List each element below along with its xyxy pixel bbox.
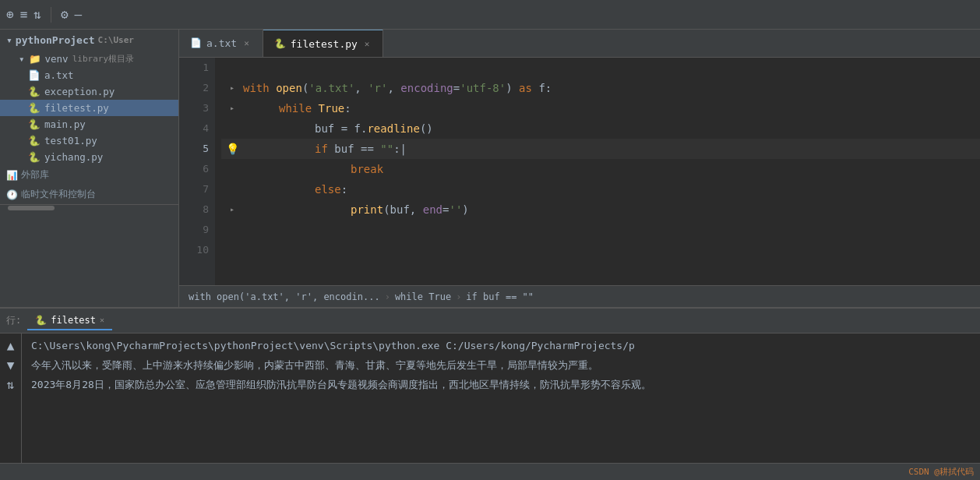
panel-scroll-up[interactable]: ▲	[5, 337, 16, 355]
breadcrumb-part-3[interactable]: if buf == ""	[466, 291, 534, 302]
project-header[interactable]: ▾ pythonProject C:\User	[0, 30, 178, 51]
panel-row-indicator: 行:	[6, 314, 21, 327]
status-bar: CSDN @耕拭代码	[0, 463, 980, 480]
fold-icon-8[interactable]: ▸	[230, 199, 234, 220]
yichang-label: yichang.py	[44, 151, 103, 163]
tab-atxt[interactable]: 📄 a.txt ✕	[179, 30, 263, 57]
code-line-2: ▸ with open('a.txt', 'r', encoding='utf-…	[221, 78, 980, 98]
sidebar-item-exception[interactable]: 🐍 exception.py	[0, 83, 178, 100]
gutter-5: 💡	[221, 139, 243, 159]
tab-filetest-label: filetest.py	[291, 38, 358, 50]
breadcrumb-sep-1: ›	[385, 291, 390, 302]
tab-atxt-close[interactable]: ✕	[241, 37, 252, 49]
external-libs-label: 外部库	[21, 168, 49, 182]
temp-files-label: 临时文件和控制台	[21, 188, 96, 201]
bottom-panel: 行: 🐍 filetest ✕ ▲ ▼ ⇅ C:\Users\kong\Pych…	[0, 307, 980, 463]
breadcrumb-part-2[interactable]: while True	[395, 291, 451, 302]
line-num-5: 5	[179, 139, 209, 159]
toolbar-icon-add[interactable]: ⊕	[6, 7, 14, 22]
venv-arrow-icon: ▾	[19, 53, 25, 65]
panel-tab-run[interactable]: 🐍 filetest ✕	[27, 312, 112, 330]
toolbar: ⊕ ≡ ⇅ ⚙ —	[0, 0, 980, 30]
sidebar-item-main[interactable]: 🐍 main.py	[0, 116, 178, 132]
toolbar-icon-settings[interactable]: ⚙	[61, 7, 69, 22]
filetest-label: filetest.py	[44, 102, 109, 114]
exception-icon: 🐍	[28, 86, 41, 97]
panel-run-icon: 🐍	[35, 315, 47, 326]
fold-icon-3[interactable]: ▸	[230, 98, 234, 118]
venv-folder-icon: 📁	[29, 53, 41, 65]
line-num-4: 4	[179, 118, 209, 139]
csdn-label: CSDN @耕拭代码	[908, 466, 974, 478]
panel-tab-bar: 行: 🐍 filetest ✕	[0, 309, 980, 334]
code-line-1	[221, 58, 980, 78]
main-area: ▾ pythonProject C:\User ▾ 📁 venv library…	[0, 30, 980, 307]
breadcrumb-sep-2: ›	[456, 291, 461, 302]
code-line-6: break	[221, 159, 980, 179]
tab-filetest-close[interactable]: ✕	[362, 38, 372, 50]
editor-area: 📄 a.txt ✕ 🐍 filetest.py ✕ 1 2 3 4 5 6 7 …	[179, 30, 980, 307]
main-icon: 🐍	[28, 118, 41, 130]
line-num-6: 6	[179, 159, 209, 179]
test01-label: test01.py	[44, 135, 97, 146]
code-line-5: 💡 if buf == "":	[221, 139, 980, 159]
panel-tab-close[interactable]: ✕	[100, 316, 104, 324]
toolbar-icon-sort[interactable]: ⇅	[33, 7, 41, 22]
code-content[interactable]: ▸ with open('a.txt', 'r', encoding='utf-…	[215, 58, 980, 285]
panel-run-label: filetest	[51, 315, 96, 326]
external-libs-icon: 📊	[6, 170, 18, 181]
sidebar-item-atxt[interactable]: 📄 a.txt	[0, 67, 178, 83]
venv-sub: library根目录	[72, 53, 134, 65]
line-num-9: 9	[179, 220, 209, 240]
line-num-1: 1	[179, 58, 209, 78]
line-num-8: 8	[179, 199, 209, 220]
gutter-2: ▸	[221, 78, 243, 98]
sidebar-item-yichang[interactable]: 🐍 yichang.py	[0, 149, 178, 165]
code-line-7: else:	[221, 179, 980, 199]
gutter-8: ▸	[221, 199, 243, 220]
output-line-2: 2023年8月28日，国家防总办公室、应急管理部组织防汛抗旱防台风专题视频会商调…	[31, 377, 971, 394]
temp-files-icon: 🕐	[6, 189, 18, 200]
code-line-8: ▸ print(buf, end='')	[221, 199, 980, 220]
panel-body: ▲ ▼ ⇅ C:\Users\kong\PycharmProjects\pyth…	[0, 334, 980, 463]
breadcrumb-part-1[interactable]: with open('a.txt', 'r', encodin...	[189, 291, 380, 302]
project-arrow-icon: ▾	[6, 34, 12, 46]
code-editor: 1 2 3 4 5 6 7 8 9 10 ▸	[179, 58, 980, 285]
lightbulb-icon[interactable]: 💡	[226, 139, 239, 159]
fold-arrow-2[interactable]: ▸	[230, 78, 234, 98]
sidebar-item-filetest[interactable]: 🐍 filetest.py	[0, 100, 178, 116]
atxt-label: a.txt	[44, 69, 74, 81]
sidebar-item-temp-files[interactable]: 🕐 临时文件和控制台	[0, 185, 178, 204]
sidebar-scrollbar[interactable]	[0, 204, 178, 210]
tab-bar: 📄 a.txt ✕ 🐍 filetest.py ✕	[179, 30, 980, 58]
gutter-3: ▸	[221, 98, 243, 118]
main-label: main.py	[44, 118, 86, 130]
project-label: pythonProject	[16, 34, 95, 46]
line-numbers: 1 2 3 4 5 6 7 8 9 10	[179, 58, 215, 285]
exception-label: exception.py	[44, 86, 115, 97]
sidebar: ▾ pythonProject C:\User ▾ 📁 venv library…	[0, 30, 179, 307]
code-line-4: buf = f.readline()	[221, 118, 980, 139]
line-num-3: 3	[179, 98, 209, 118]
panel-side-buttons: ▲ ▼ ⇅	[0, 334, 22, 463]
panel-sort-icon[interactable]: ⇅	[5, 376, 16, 394]
venv-label: venv	[45, 53, 69, 65]
yichang-icon: 🐍	[28, 151, 41, 163]
sidebar-item-external-libs[interactable]: 📊 外部库	[0, 165, 178, 185]
sidebar-item-test01[interactable]: 🐍 test01.py	[0, 132, 178, 149]
project-path: C:\User	[98, 35, 134, 45]
tab-atxt-icon: 📄	[190, 37, 202, 48]
atxt-icon: 📄	[28, 69, 41, 81]
toolbar-icon-minimize[interactable]: —	[75, 7, 83, 22]
run-path: C:\Users\kong\PycharmProjects\pythonProj…	[31, 338, 971, 355]
scrollbar-thumb	[8, 206, 55, 210]
tab-atxt-label: a.txt	[206, 37, 237, 49]
toolbar-icon-list[interactable]: ≡	[20, 7, 28, 22]
code-line-9	[221, 220, 980, 240]
code-line-3: ▸ while True:	[221, 98, 980, 118]
tab-filetest[interactable]: 🐍 filetest.py ✕	[263, 30, 384, 57]
panel-scroll-down[interactable]: ▼	[5, 356, 16, 374]
sidebar-item-venv[interactable]: ▾ 📁 venv library根目录	[0, 51, 178, 67]
line-num-2: 2	[179, 78, 209, 98]
line-num-7: 7	[179, 179, 209, 199]
